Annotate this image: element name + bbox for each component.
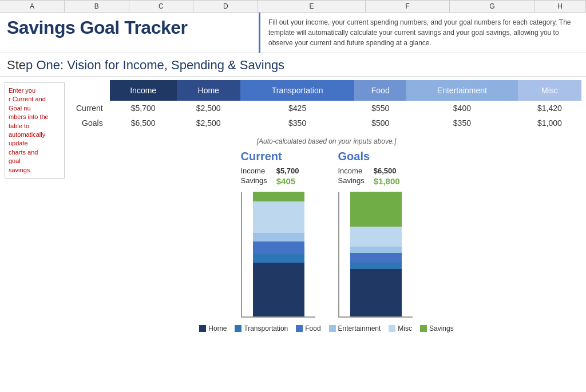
current-income-label: Income (241, 167, 267, 175)
col-g: G (450, 1, 534, 12)
th-income: Income (110, 80, 177, 101)
legend-color-box (296, 325, 303, 332)
current-stacked-bar (253, 192, 304, 316)
col-f: F (366, 1, 450, 12)
col-b: B (65, 1, 129, 12)
th-misc: Misc (518, 80, 581, 101)
legend-label: Misc (398, 324, 412, 332)
legend-label: Home (208, 324, 227, 332)
current-label: Current (72, 101, 110, 116)
goals-misc[interactable]: $1,000 (518, 116, 581, 130)
col-e: E (258, 1, 366, 12)
legend-item: Misc (389, 324, 412, 332)
step-heading: Step One: Vision for Income, Spending & … (0, 53, 586, 77)
chart-area: [Auto-calculated based on your inputs ab… (72, 137, 581, 332)
goals-stats: Income $6,500 Savings $1,800 (338, 167, 400, 186)
app-title: Savings Goal Tracker (7, 17, 252, 38)
auto-calc-note: [Auto-calculated based on your inputs ab… (257, 137, 397, 145)
current-savings-label: Savings (241, 176, 267, 186)
current-chart-title: Current (241, 150, 282, 163)
title-section: Savings Goal Tracker Fill out your incom… (0, 13, 586, 53)
current-transport[interactable]: $425 (240, 101, 355, 116)
title-description: Fill out your income, your current spend… (260, 13, 586, 53)
step-prefix: Ste (7, 58, 26, 72)
th-transport: Transportation (240, 80, 355, 101)
legend-label: Savings (429, 324, 454, 332)
legend-color-box (389, 325, 395, 332)
current-chart-section: Current Income $5,700 Savings $405 (241, 150, 315, 318)
goals-chart-section: Goals Income $6,500 Savings $1,800 (338, 150, 413, 318)
legend-item: Home (199, 324, 227, 332)
goals-bar-wrapper (338, 192, 413, 318)
current-home[interactable]: $2,500 (177, 101, 240, 116)
current-income[interactable]: $5,700 (110, 101, 177, 116)
goals-entertainment[interactable]: $350 (406, 116, 518, 130)
legend-color-box (235, 325, 241, 332)
current-stats: Income $5,700 Savings $405 (241, 167, 299, 186)
chart-container: Current Income $5,700 Savings $405 Goals (72, 150, 581, 318)
legend-color-box (199, 325, 206, 332)
body-area: Enter your Current andGoal numbers into … (0, 77, 586, 332)
goals-transport[interactable]: $350 (240, 116, 355, 130)
col-h: H (534, 1, 586, 12)
legend-label: Entertainment (338, 324, 381, 332)
current-income-value: $5,700 (276, 167, 299, 175)
goals-stacked-bar (350, 192, 402, 316)
grid-header: A B C D E F G H (0, 0, 586, 13)
goals-chart-title: Goals (338, 150, 370, 163)
col-d: D (193, 1, 258, 12)
legend-color-box (420, 325, 427, 332)
current-entertainment[interactable]: $400 (406, 101, 518, 116)
goals-label: Goals (72, 116, 110, 130)
current-bar-wrapper (241, 192, 315, 318)
legend-item: Savings (420, 324, 454, 332)
legend-label: Food (305, 324, 320, 332)
current-misc[interactable]: $1,420 (518, 101, 581, 116)
goals-savings-label: Savings (338, 176, 365, 186)
step-text: p One: Vision for Income, Spending & Sav… (26, 58, 284, 72)
th-food: Food (354, 80, 406, 101)
goals-income[interactable]: $6,500 (110, 116, 177, 130)
sidebar-note: Enter your Current andGoal numbers into … (5, 82, 65, 179)
table-row-goals: Goals $6,500 $2,500 $350 $500 $350 $1,00… (72, 116, 581, 130)
th-home: Home (177, 80, 240, 101)
col-a: A (0, 1, 65, 12)
current-food[interactable]: $550 (354, 101, 406, 116)
current-savings-value: $405 (276, 176, 299, 186)
goals-income-label: Income (338, 167, 365, 175)
legend-item: Transportation (235, 324, 288, 332)
legend-item: Food (296, 324, 320, 332)
th-entertainment: Entertainment (406, 80, 518, 101)
col-c: C (129, 1, 194, 12)
legend-color-box (329, 325, 336, 332)
goals-savings-value: $1,800 (374, 176, 400, 186)
title-left: Savings Goal Tracker (0, 13, 260, 53)
category-table: Income Home Transportation Food Entertai… (72, 80, 581, 130)
goals-home[interactable]: $2,500 (177, 116, 240, 130)
right-content: Income Home Transportation Food Entertai… (69, 77, 586, 332)
goals-income-value: $6,500 (374, 167, 400, 175)
goals-food[interactable]: $500 (354, 116, 406, 130)
legend-label: Transportation (244, 324, 288, 332)
table-row-current: Current $5,700 $2,500 $425 $550 $400 $1,… (72, 101, 581, 116)
legend-item: Entertainment (329, 324, 381, 332)
chart-legend: HomeTransportationFoodEntertainmentMiscS… (199, 324, 453, 332)
